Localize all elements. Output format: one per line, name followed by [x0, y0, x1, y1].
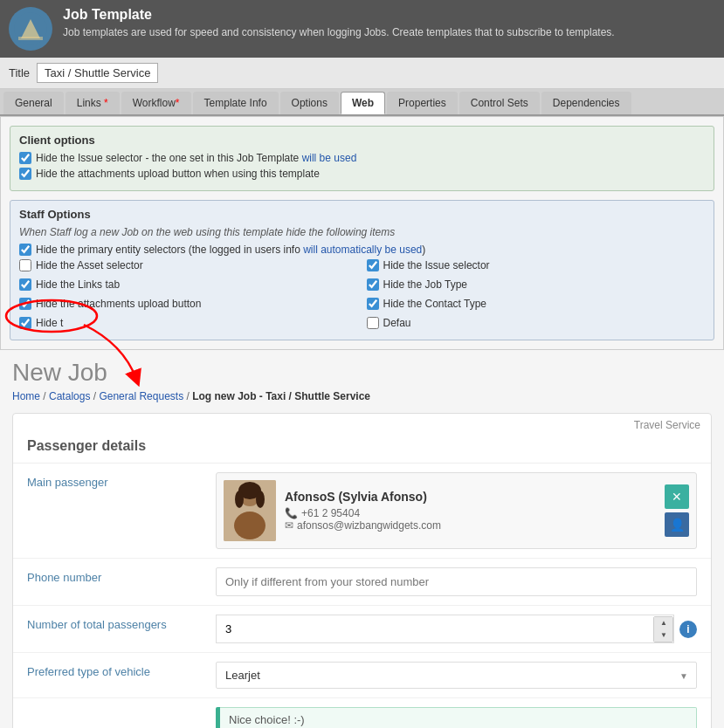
phone-number-label: Phone number: [27, 567, 202, 584]
tab-properties[interactable]: Properties: [387, 92, 458, 114]
staff-option-issue: Hide the Issue selector: [367, 259, 706, 271]
form-card: Travel Service Passenger details Main pa…: [12, 413, 712, 728]
vehicle-type-label: Preferred type of vehicle: [27, 662, 202, 678]
tab-dependencies[interactable]: Dependencies: [541, 92, 631, 114]
title-row: Title Taxi / Shuttle Service: [0, 58, 724, 89]
staff-option-issue-label: Hide the Issue selector: [383, 259, 490, 271]
staff-option-primary-label: Hide the primary entity selectors (the l…: [36, 244, 425, 256]
staff-option-primary-checkbox[interactable]: [19, 244, 31, 256]
stepper-row: ▲ ▼ i: [216, 615, 697, 643]
client-option-1: Hide the Issue selector - the one set in…: [19, 152, 705, 164]
staff-option-defau: Defau: [367, 317, 706, 329]
staff-options-title: Staff Options: [19, 208, 705, 221]
staff-option-attachments-checkbox[interactable]: [19, 298, 31, 310]
web-tab-content: Client options Hide the Issue selector -…: [0, 116, 724, 350]
staff-option-contacttype-checkbox[interactable]: [367, 298, 379, 310]
client-option-1-label: Hide the Issue selector - the one set in…: [36, 152, 356, 164]
tab-general[interactable]: General: [3, 92, 64, 114]
staff-option-defau-checkbox[interactable]: [367, 317, 379, 329]
client-option-2: Hide the attachments upload button when …: [19, 168, 705, 180]
title-label: Title: [9, 66, 30, 79]
stepper-input-wrap[interactable]: ▲ ▼: [216, 615, 674, 643]
staff-option-contacttype-label: Hide the Contact Type: [383, 298, 487, 310]
tab-web[interactable]: Web: [341, 92, 385, 114]
tabs-bar: General Links * Workflow* Template Info …: [0, 89, 724, 116]
staff-option-hide-t: Hide t: [19, 317, 358, 329]
passenger-email: ✉ afonsos@wizbangwidgets.com: [285, 519, 656, 532]
vehicle-type-select[interactable]: Learjet: [216, 662, 697, 689]
client-option-2-label: Hide the attachments upload button when …: [36, 168, 320, 180]
nice-choice-label-empty: [27, 707, 202, 711]
phone-icon: 📞: [285, 507, 298, 519]
breadcrumb: Home / Catalogs / General Requests / Log…: [12, 390, 712, 402]
staff-option-jobtype-label: Hide the Job Type: [383, 278, 468, 291]
new-job-section: New Job Home / Catalogs / General Reques…: [0, 350, 724, 728]
staff-option-links-checkbox[interactable]: [19, 278, 31, 291]
app-title: Job Template: [63, 7, 615, 23]
staff-option-asset-label: Hide the Asset selector: [36, 259, 143, 271]
client-options-title: Client options: [19, 134, 705, 147]
client-option-1-checkbox[interactable]: [19, 152, 31, 164]
tab-options[interactable]: Options: [280, 92, 339, 114]
info-icon[interactable]: i: [679, 621, 697, 638]
breadcrumb-catalogs[interactable]: Catalogs: [49, 390, 90, 402]
staff-option-jobtype: Hide the Job Type: [367, 278, 706, 291]
total-passengers-label: Number of total passengers: [27, 615, 202, 631]
breadcrumb-home[interactable]: Home: [12, 390, 40, 402]
staff-options-box: Staff Options When Staff log a new Job o…: [10, 200, 714, 340]
app-description: Job templates are used for speed and con…: [63, 26, 615, 38]
nice-choice-row: Nice choice! :-): [13, 698, 711, 728]
tab-workflow[interactable]: Workflow*: [121, 92, 191, 114]
staff-option-attachments-label: Hide the attachments upload button: [36, 298, 201, 310]
stepper-down-button[interactable]: ▼: [654, 629, 673, 642]
nice-choice-area: Nice choice! :-): [216, 707, 697, 728]
new-job-title: New Job: [12, 359, 712, 387]
breadcrumb-general-requests[interactable]: General Requests: [99, 390, 183, 402]
staff-option-primary: Hide the primary entity selectors (the l…: [19, 244, 705, 256]
staff-option-jobtype-checkbox[interactable]: [367, 278, 379, 291]
phone-number-input[interactable]: [216, 567, 697, 596]
client-option-2-checkbox[interactable]: [19, 168, 31, 180]
staff-option-attachments: Hide the attachments upload button: [19, 298, 358, 310]
nice-choice-box: Nice choice! :-): [216, 707, 697, 728]
stepper-up-button[interactable]: ▲: [654, 617, 673, 629]
svg-point-6: [234, 512, 265, 539]
total-passengers-control: ▲ ▼ i: [216, 615, 697, 643]
app-header: Job Template Job templates are used for …: [0, 0, 724, 58]
phone-number-control[interactable]: [216, 567, 697, 596]
client-options-box: Client options Hide the Issue selector -…: [10, 126, 714, 191]
email-icon: ✉: [285, 519, 293, 532]
staff-option-hide-t-checkbox[interactable]: [19, 317, 31, 329]
passenger-details-title: Passenger details: [13, 431, 711, 464]
tab-template-info[interactable]: Template Info: [193, 92, 279, 114]
title-value: Taxi / Shuttle Service: [37, 63, 158, 83]
staff-option-asset-checkbox[interactable]: [19, 259, 31, 271]
staff-option-issue-checkbox[interactable]: [367, 259, 379, 271]
passenger-avatar: [224, 480, 276, 541]
vehicle-type-row: Preferred type of vehicle Learjet: [13, 653, 711, 698]
app-icon: [9, 7, 52, 51]
passenger-actions: ✕ 👤: [665, 484, 689, 537]
total-passengers-input[interactable]: [217, 615, 653, 642]
passenger-info: AfonsoS (Sylvia Afonso) 📞 +61 2 95404 ✉ …: [285, 490, 656, 532]
svg-point-9: [256, 491, 265, 508]
app-header-text: Job Template Job templates are used for …: [63, 7, 615, 38]
staff-option-links-label: Hide the Links tab: [36, 278, 120, 291]
vehicle-type-control[interactable]: Learjet: [216, 662, 697, 689]
clear-passenger-button[interactable]: ✕: [665, 484, 689, 509]
passenger-name: AfonsoS (Sylvia Afonso): [285, 490, 656, 504]
select-passenger-button[interactable]: 👤: [665, 512, 689, 537]
stepper-buttons: ▲ ▼: [653, 616, 673, 642]
main-passenger-label: Main passenger: [27, 472, 202, 489]
vehicle-type-select-wrap[interactable]: Learjet: [216, 662, 697, 689]
main-passenger-row: Main passenger: [13, 464, 711, 559]
nice-choice-text: Nice choice! :-): [220, 707, 697, 728]
breadcrumb-current: Log new Job - Taxi / Shuttle Service: [192, 390, 370, 402]
tab-links[interactable]: Links *: [66, 92, 120, 114]
form-card-service-label: Travel Service: [13, 414, 711, 431]
svg-rect-2: [18, 37, 43, 40]
staff-option-asset: Hide the Asset selector: [19, 259, 358, 271]
passenger-phone: 📞 +61 2 95404: [285, 507, 656, 519]
tab-control-sets[interactable]: Control Sets: [459, 92, 540, 114]
staff-options-grid: Hide the Asset selector Hide the Issue s…: [19, 259, 705, 333]
